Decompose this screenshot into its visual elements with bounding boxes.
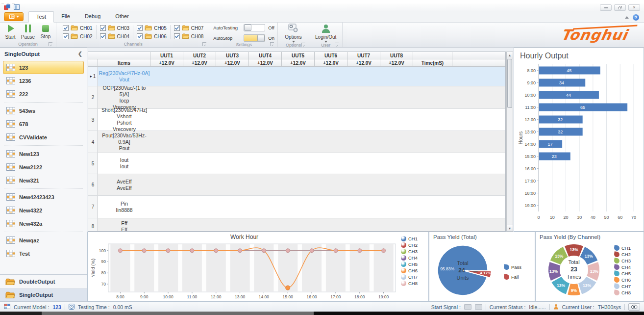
scroll-down-arrow[interactable]: ▼	[507, 225, 513, 231]
checkbox-checked-icon[interactable]	[100, 33, 106, 39]
header-cell: +12.0V	[216, 59, 249, 66]
group-label: Channels	[124, 42, 143, 47]
results-table: UUT1UUT2UUT3UUT4UUT5UUT6UUT7UUT8Items+12…	[88, 52, 506, 232]
channel-ch01[interactable]: CH01	[63, 25, 93, 31]
application-menu-button[interactable]	[4, 12, 24, 21]
category-label: DoubleOutput	[19, 279, 55, 285]
autotesting-toggle[interactable]	[244, 24, 265, 31]
svg-text:13%: 13%	[583, 283, 591, 288]
sidebar-category-singleoutput[interactable]: SingleOutput	[0, 288, 87, 301]
sidebar-item-cvvalidate[interactable]: CVValidate	[3, 131, 84, 144]
table-row-5[interactable]: 5IoutIout	[88, 153, 505, 174]
svg-text:9:00: 9:00	[140, 294, 148, 299]
svg-text:70: 70	[631, 215, 636, 220]
pass-total-chart: 95.83%4.17%Total24Units	[429, 240, 504, 300]
stop-button[interactable]: Stop	[38, 25, 53, 39]
channel-ch02[interactable]: CH02	[63, 33, 93, 39]
dialog-launcher-icon[interactable]	[202, 42, 206, 46]
tab-test[interactable]: Test	[28, 11, 54, 23]
table-scrollbar[interactable]: ▲ ▼	[506, 52, 513, 232]
table-row-8[interactable]: 8EffEff	[88, 218, 505, 232]
table-row-4[interactable]: 4Pout[230Vac/53Hz-0.9A]Pout	[88, 131, 505, 153]
channel-ch04[interactable]: CH04	[100, 33, 130, 39]
sidebar-item-new4322[interactable]: New4322	[3, 204, 84, 217]
sidebar-item-678[interactable]: 678	[3, 117, 84, 131]
scrollbar-thumb[interactable]	[507, 59, 512, 108]
dialog-launcher-icon[interactable]	[49, 42, 52, 46]
login-out-button[interactable]: Login/Out	[312, 24, 339, 43]
svg-text:32: 32	[558, 117, 563, 122]
dialog-launcher-icon[interactable]	[270, 42, 274, 46]
sidebar-item-test[interactable]: Test	[3, 247, 84, 260]
svg-text:11:00: 11:00	[525, 105, 536, 110]
sidebar-item-123[interactable]: 123	[3, 61, 84, 74]
checkbox-checked-icon[interactable]	[137, 33, 143, 39]
sidebar-item-1236[interactable]: 1236	[3, 74, 84, 87]
dialog-launcher-icon[interactable]	[301, 43, 305, 47]
tab-other[interactable]: Other	[108, 11, 136, 22]
checkbox-checked-icon[interactable]	[137, 25, 143, 31]
sidebar-item-newqaz[interactable]: Newqaz	[3, 234, 84, 247]
svg-text:8:00: 8:00	[527, 68, 536, 73]
header-cell: UUT3	[216, 52, 249, 59]
channel-ch06[interactable]: CH06	[137, 33, 167, 39]
login-out-label: Login/Out	[315, 34, 336, 40]
table-row-7[interactable]: 7PinIin8888	[88, 196, 505, 218]
tab-debug[interactable]: Debug	[77, 11, 108, 22]
sidebar-category-doubleoutput[interactable]: DoubleOutput	[0, 275, 87, 288]
svg-text:Times: Times	[567, 274, 581, 280]
legend-item-ch2: CH2	[401, 242, 428, 248]
view-toggle-button[interactable]	[628, 303, 640, 311]
series-marker-icon	[401, 249, 406, 254]
collapse-chevron-icon[interactable]: ❮	[78, 51, 82, 57]
table-row-3[interactable]: 3Short[230Vac/47Hz]VshortPshortVrecovery	[88, 109, 505, 131]
sidebar-item-new2122[interactable]: New2122	[3, 160, 84, 174]
current-status-label: Current Status :	[490, 304, 526, 310]
checkbox-checked-icon[interactable]	[63, 33, 69, 39]
minimize-button[interactable]	[600, 4, 612, 11]
table-row-2[interactable]: 2OCP[230Vac/-(1 to 5)A]IocpVrecovery	[88, 86, 505, 109]
tab-file[interactable]: File	[54, 11, 77, 22]
channel-label: CH04	[117, 34, 130, 39]
autostop-toggle[interactable]	[244, 34, 265, 42]
close-button[interactable]: ×	[628, 4, 640, 11]
dialog-launcher-icon[interactable]	[335, 43, 339, 47]
checkbox-checked-icon[interactable]	[100, 25, 106, 31]
test-item-cell: IoutIout	[98, 153, 150, 174]
scroll-up-arrow[interactable]: ▲	[507, 52, 513, 58]
channel-ch08[interactable]: CH08	[174, 33, 204, 39]
sidebar-item-222[interactable]: 222	[3, 87, 84, 101]
sidebar-item-new42423423[interactable]: New42423423	[3, 190, 84, 204]
start-signal-label: Start Signal :	[431, 304, 461, 310]
header-cell: UUT8	[380, 52, 413, 59]
pause-button[interactable]: Pause	[21, 25, 35, 40]
slice-marker-icon	[614, 245, 619, 251]
header-cell: +12.0V	[347, 59, 380, 66]
folder-icon	[182, 33, 189, 39]
checkbox-checked-icon[interactable]	[63, 25, 69, 31]
pause-icon	[25, 25, 31, 32]
pass-channel-chart: 13%13%13%13%9%13%13%13%Total23Times	[536, 240, 614, 300]
restore-button[interactable]	[614, 4, 626, 11]
sidebar-item-new321[interactable]: New321	[3, 174, 84, 187]
svg-text:50: 50	[604, 215, 609, 220]
channel-ch05[interactable]: CH05	[137, 25, 167, 31]
table-row-6[interactable]: 6AveEffAveEff	[88, 174, 505, 196]
sidebar-item-new432a[interactable]: New432a	[3, 217, 84, 230]
checkbox-checked-icon[interactable]	[174, 33, 180, 39]
app-mini-icon	[4, 4, 10, 11]
model-label: New432a	[19, 221, 42, 227]
chevron-up-icon[interactable]	[625, 16, 629, 19]
start-button[interactable]: Start	[3, 25, 18, 40]
svg-text:14:00: 14:00	[258, 294, 269, 299]
help-icon[interactable]: ?	[633, 14, 639, 21]
sidebar-item-543ws[interactable]: 543ws	[3, 104, 84, 117]
table-row-1[interactable]: ▸1Reg[230Vac/47Hz-0A]Vout	[88, 67, 505, 86]
svg-text:13:00: 13:00	[234, 294, 245, 299]
channel-ch07[interactable]: CH07	[174, 25, 204, 31]
sidebar-item-new123[interactable]: New123	[3, 147, 84, 160]
options-button[interactable]: Options	[282, 24, 304, 43]
checkbox-checked-icon[interactable]	[174, 25, 180, 31]
group-label: User	[321, 43, 330, 48]
channel-ch03[interactable]: CH03	[100, 25, 130, 31]
